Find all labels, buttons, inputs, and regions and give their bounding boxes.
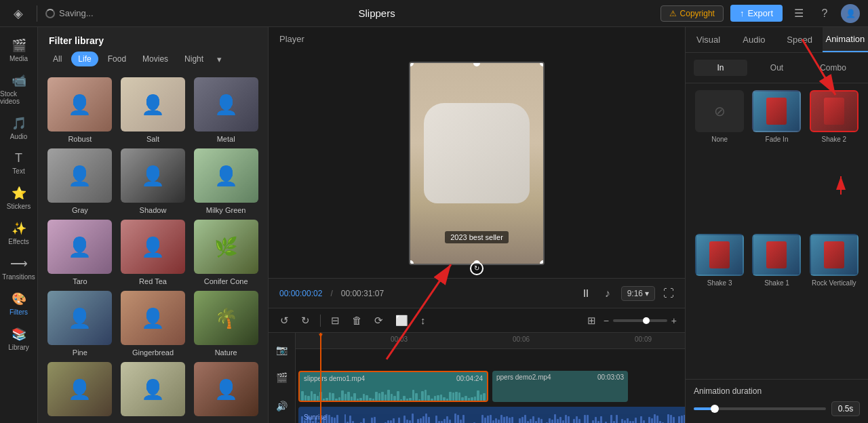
sidebar-item-media[interactable]: 🎬 Media (0, 33, 37, 68)
subtab-in[interactable]: In (694, 60, 747, 76)
fullscreen-button[interactable]: ⛶ (663, 287, 674, 300)
filter-item-robust[interactable]: 👤 Robust (46, 77, 114, 143)
sidebar-label-effects: Effects (8, 238, 28, 245)
selection-handle-tr[interactable] (540, 62, 545, 66)
timeline-content: 📷 🎬 🔊 00:03 00:06 00:09 00:12 (269, 333, 685, 423)
person-icon: 👤 (194, 148, 258, 203)
sidebar-item-stock[interactable]: 📹 Stock videos (0, 68, 37, 110)
music-button[interactable]: ♪ (602, 285, 613, 302)
flip-button[interactable]: ↕ (417, 313, 429, 328)
video-track-icon: 📷 (276, 344, 288, 355)
tab-animation[interactable]: Animation (823, 27, 868, 52)
filter-item-gray[interactable]: 👤 Gray (46, 148, 114, 214)
filter-label-robust: Robust (68, 135, 92, 143)
tab-speed[interactable]: Speed (777, 27, 823, 52)
avatar[interactable]: 👤 (841, 4, 860, 23)
sidebar-item-library[interactable]: 📚 Library (0, 321, 37, 357)
person-icon: 👤 (47, 77, 112, 132)
zoom-in-button[interactable]: + (671, 315, 677, 326)
animation-duration-section: Animation duration 0.5s (686, 379, 868, 423)
delete-button[interactable]: 🗑 (349, 313, 366, 328)
filter-item-pine[interactable]: 👤 Pine (46, 291, 114, 357)
anim-item-none[interactable]: ⊘ None (694, 90, 745, 228)
filter-thumb-gingerbread: 👤 (121, 291, 185, 345)
filter-item-gingerbread[interactable]: 👤 Gingerbread (119, 291, 187, 357)
aspect-ratio-button[interactable]: 9:16 ▾ (621, 286, 655, 301)
filter-item-extra2[interactable]: 👤 (119, 362, 187, 420)
sidebar-item-stickers[interactable]: ⭐ Stickers (0, 180, 37, 216)
filter-tab-night[interactable]: Night (178, 52, 210, 66)
filter-item-extra1[interactable]: 👤 (46, 362, 114, 420)
filter-thumb-conifercone: 🌿 (194, 220, 258, 274)
zoom-slider-thumb[interactable] (643, 317, 650, 324)
filter-item-metal[interactable]: 👤 Metal (192, 77, 260, 143)
filter-item-conifercone[interactable]: 🌿 Conifer Cone (192, 220, 260, 285)
help-icon[interactable]: ? (815, 4, 834, 23)
subtab-combo[interactable]: Combo (806, 60, 860, 76)
anim-item-shake2[interactable]: Shake 2 (808, 90, 860, 228)
anim-item-rockvertically[interactable]: Rock Vertically (808, 234, 860, 372)
audio-waveform (298, 412, 685, 423)
audio-clip-sunrise[interactable]: Sunrise (298, 407, 685, 423)
person-icon: 👤 (194, 77, 258, 132)
anim-item-fadein[interactable]: Fade In (751, 90, 802, 228)
video-clip-2[interactable]: ppers demo2.mp4 00:03:03 (492, 371, 628, 402)
text-icon: T (15, 151, 22, 165)
timeline-area: ↺ ↻ ⊟ 🗑 ⟳ ⬜ ↕ ⊞ − + (269, 308, 685, 423)
export-icon: ↑ (740, 8, 745, 18)
filter-item-redtea[interactable]: 👤 Red Tea (119, 220, 187, 285)
filter-item-milkygreen[interactable]: 👤 Milky Green (192, 148, 260, 214)
filter-tab-food[interactable]: Food (101, 52, 133, 66)
sidebar-item-text[interactable]: T Text (0, 146, 37, 180)
video-track-icon-2: 🎬 (276, 372, 288, 383)
person-icon: 👤 (121, 77, 185, 132)
tab-visual[interactable]: Visual (686, 27, 731, 52)
selection-handle-br[interactable] (540, 260, 545, 265)
sidebar-item-filters[interactable]: 🎨 Filters (0, 286, 37, 321)
toolbar-divider (320, 315, 321, 327)
video-clip-1[interactable]: slippers demo1.mp4 00:04:24 (298, 371, 488, 402)
person-icon: 👤 (47, 220, 112, 274)
filter-item-taro[interactable]: 👤 Taro (46, 220, 114, 285)
filter-tab-movies[interactable]: Movies (136, 52, 175, 66)
anim-thumb-none: ⊘ (695, 90, 744, 132)
filter-tab-life[interactable]: Life (71, 52, 98, 66)
main-area: 🎬 Media 📹 Stock videos 🎵 Audio T Text ⭐ … (0, 27, 868, 423)
filter-item-nature[interactable]: 🌴 Nature (192, 291, 260, 357)
redo-button[interactable]: ↻ (298, 313, 313, 329)
rotation-handle[interactable]: ↻ (470, 262, 484, 275)
add-track-button[interactable]: ⊞ (584, 313, 599, 329)
tab-audio[interactable]: Audio (731, 27, 776, 52)
split-button[interactable]: ⊟ (328, 313, 343, 329)
copyright-button[interactable]: ⚠ Copyright (660, 5, 724, 22)
filter-item-shadow[interactable]: 👤 Shadow (119, 148, 187, 214)
undo-button[interactable]: ↺ (277, 313, 292, 329)
sidebar-item-audio[interactable]: 🎵 Audio (0, 110, 37, 146)
play-pause-button[interactable]: ⏸ (578, 285, 594, 302)
loop-button[interactable]: ⟳ (371, 313, 387, 329)
zoom-slider[interactable] (613, 319, 667, 322)
filter-item-extra3[interactable]: 👤 (192, 362, 260, 420)
time-separator: / (330, 289, 332, 298)
filter-thumb-redtea: 👤 (121, 220, 185, 274)
filter-tab-more[interactable]: ▾ (213, 53, 226, 66)
anim-label-shake1: Shake 1 (764, 279, 789, 287)
anim-item-shake3[interactable]: Shake 3 (694, 234, 745, 372)
anim-item-shake1[interactable]: Shake 1 (751, 234, 802, 372)
layout-icon[interactable]: ☰ (789, 4, 808, 23)
duration-slider[interactable] (694, 407, 826, 410)
filter-label-taro: Taro (73, 277, 87, 285)
player-canvas: 2023 best seller ↻ (269, 48, 685, 278)
person-icon: 👤 (194, 362, 258, 416)
zoom-out-button[interactable]: − (604, 315, 609, 326)
filter-item-salt[interactable]: 👤 Salt (119, 77, 187, 143)
clip-2-duration: 00:03:03 (597, 374, 624, 381)
sidebar-item-transitions[interactable]: ⟶ Transitions (0, 251, 37, 286)
duration-slider-thumb[interactable] (711, 405, 719, 413)
subtab-out[interactable]: Out (750, 60, 804, 76)
export-button[interactable]: ↑ Export (730, 5, 783, 22)
sidebar-item-effects[interactable]: ✨ Effects (0, 216, 37, 251)
crop-button[interactable]: ⬜ (392, 313, 412, 329)
anim-thumb-shake2 (810, 90, 859, 132)
filter-tab-all[interactable]: All (46, 52, 68, 66)
